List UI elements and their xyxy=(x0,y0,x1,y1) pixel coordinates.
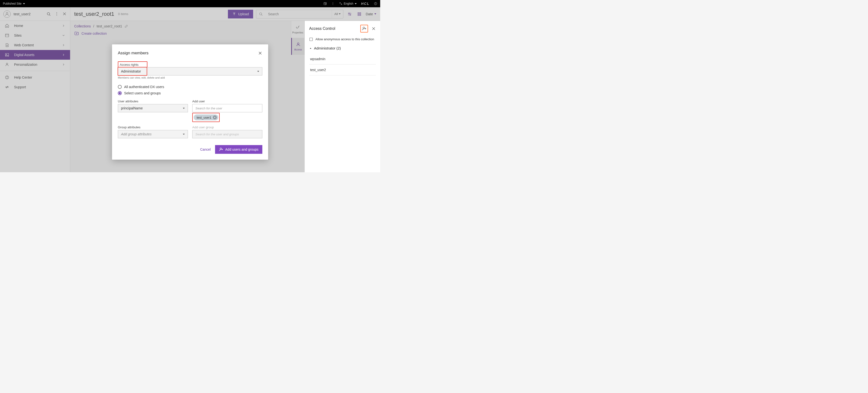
assign-members-modal: Assign members Access rights Administrat… xyxy=(112,44,268,160)
radio-all-users[interactable]: All authenticated DX users xyxy=(118,85,262,89)
radio-icon xyxy=(118,91,122,95)
user-chip[interactable]: test_user1 ✕ xyxy=(194,115,218,120)
add-group-label: Add user group xyxy=(192,125,262,129)
user-attr-label: User attributes xyxy=(118,99,188,103)
chip-remove-icon[interactable]: ✕ xyxy=(213,116,217,119)
user-attr-select[interactable]: principalName xyxy=(118,104,188,112)
access-rights-label: Access rights xyxy=(120,63,146,66)
group-attr-select[interactable]: Add group attributes xyxy=(118,130,188,138)
add-user-label: Add user xyxy=(192,99,262,103)
access-rights-helper: Members can view, edit, delete and add xyxy=(118,76,262,79)
modal-title: Assign members xyxy=(118,51,149,56)
radio-icon xyxy=(118,85,122,89)
add-user-input[interactable]: Search for the user xyxy=(192,104,262,112)
close-icon[interactable] xyxy=(258,51,262,55)
cancel-button[interactable]: Cancel xyxy=(200,148,211,151)
svg-point-48 xyxy=(220,148,222,149)
radio-select-users[interactable]: Select users and groups xyxy=(118,91,262,95)
access-rights-select[interactable]: Administrator xyxy=(118,67,262,75)
chevron-down-icon xyxy=(183,108,185,109)
chevron-down-icon xyxy=(183,134,185,135)
add-group-input: Search for the user and groups xyxy=(192,130,262,138)
chevron-down-icon xyxy=(257,71,259,72)
modal-backdrop: Assign members Access rights Administrat… xyxy=(0,0,380,172)
group-attr-label: Group attributes xyxy=(118,125,188,129)
add-users-groups-button[interactable]: Add users and groups xyxy=(215,145,262,154)
